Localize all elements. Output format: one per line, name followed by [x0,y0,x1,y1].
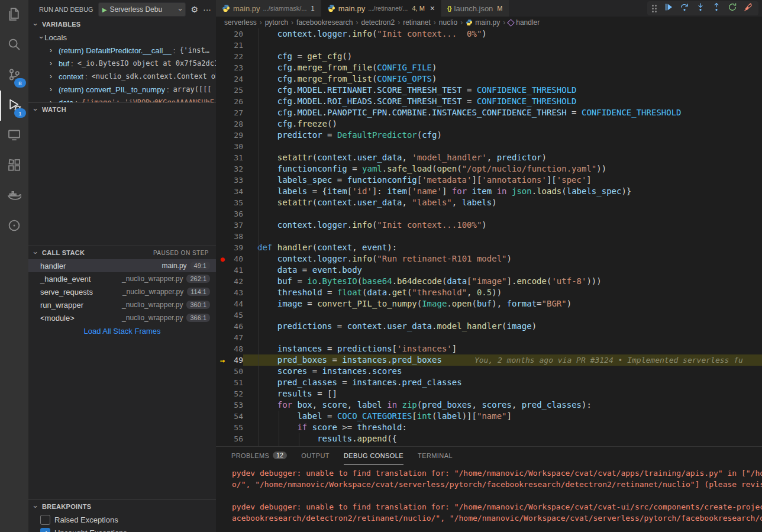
breakpoint-margin[interactable] [216,433,229,444]
line-number[interactable]: 54 [229,411,243,422]
code-line-text[interactable]: predictions = context.user_data.model_ha… [243,321,762,332]
step-over-button[interactable] [679,3,690,14]
line-number[interactable]: 46 [229,321,243,332]
code-line-text[interactable]: predictor = DefaultPredictor(cfg) [243,130,762,141]
more-actions-icon[interactable]: ··· [203,5,211,14]
activity-item-extensions[interactable] [0,151,28,181]
breakpoint-margin[interactable] [216,118,229,130]
activity-item-docker[interactable] [0,181,28,211]
restart-button[interactable] [727,3,738,14]
code-line-text[interactable]: cfg = get_cfg() [243,51,762,62]
line-number[interactable]: 31 [229,152,243,163]
breakpoint-margin[interactable] [216,265,229,276]
breakpoint-margin[interactable] [216,197,229,208]
tree-collapsed-icon[interactable]: › [50,46,57,54]
line-number[interactable]: 43 [229,287,243,298]
breakpoint-margin[interactable] [216,62,229,73]
code-line-text[interactable]: cfg.MODEL.RETINANET.SCORE_THRESH_TEST = … [243,85,762,96]
activity-item-remote-explorer[interactable] [0,121,28,151]
line-number[interactable]: 37 [229,220,243,231]
breakpoint-margin[interactable] [216,388,229,399]
code-line-text[interactable]: cfg.MODEL.PANOPTIC_FPN.COMBINE.INSTANCES… [243,107,762,118]
tree-collapsed-icon[interactable]: › [50,85,57,93]
line-number[interactable]: 38 [229,231,243,242]
breakpoint-margin[interactable] [216,399,229,411]
call-stack-header[interactable]: › CALL STACK PAUSED ON STEP [28,246,216,259]
breakpoint-margin[interactable] [216,422,229,433]
stack-frame[interactable]: _handle_event_nuclio_wrapper.py262:1 [28,272,216,285]
line-number[interactable]: 25 [229,85,243,96]
code-line-text[interactable]: def handler(context, event): [243,242,762,253]
line-number[interactable]: 39 [229,242,243,253]
scope-locals[interactable]: › Locals [28,31,216,44]
variable-row[interactable]: ›buf:<_io.BytesIO object at 0x7f5a2dc1ec… [28,57,216,70]
continue-button[interactable] [663,3,674,14]
line-number[interactable]: 23 [229,62,243,73]
breakpoint-margin[interactable] [216,107,229,118]
line-number[interactable]: 49 [229,354,243,366]
stack-frame[interactable]: <module>_nuclio_wrapper.py366:1 [28,311,216,324]
code-editor[interactable]: 20 context.logger.info("Init context... … [216,28,762,447]
breakpoints-header[interactable]: › BREAKPOINTS [28,499,216,513]
code-line-text[interactable]: setattr(context.user_data, "labels", lab… [243,197,762,208]
code-line-text[interactable]: cfg.merge_from_file(CONFIG_FILE) [243,62,762,73]
breakpoint-margin[interactable] [216,411,229,422]
activity-item-explorer[interactable] [0,0,28,30]
panel-tab-debug-console[interactable]: DEBUG CONSOLE [344,447,403,465]
step-out-button[interactable] [711,3,722,14]
breakpoint-margin[interactable] [216,85,229,96]
breadcrumb-item-nuclio[interactable]: nuclio [439,18,457,27]
breakpoint-margin[interactable] [216,141,229,152]
step-into-button[interactable] [695,3,706,14]
line-number[interactable]: 33 [229,175,243,186]
code-line-text[interactable]: buf = io.BytesIO(base64.b64decode(data["… [243,276,762,287]
breadcrumb-item-retinanet[interactable]: retinanet [403,18,431,27]
code-line-text[interactable] [243,332,762,343]
code-line-text[interactable]: cfg.MODEL.ROI_HEADS.SCORE_THRESH_TEST = … [243,96,762,107]
breakpoint-row[interactable]: ✓Uncaught Exceptions [28,526,216,532]
code-line-text[interactable] [243,208,762,220]
activity-item-extra-view[interactable] [0,211,28,241]
debug-config-picker[interactable]: ▶ Serverless Debu › [98,2,186,17]
code-line-text[interactable]: pred_boxes = instances.pred_boxesYou, 2 … [243,354,762,366]
variables-header[interactable]: › VARIABLES [28,18,216,31]
code-line-text[interactable] [243,231,762,242]
breakpoint-margin[interactable] [216,28,229,40]
code-line-text[interactable]: labels = {item['id']: item['name'] for i… [243,186,762,197]
line-number[interactable]: 28 [229,118,243,130]
close-icon[interactable]: × [430,4,435,12]
breakpoint-margin[interactable] [216,366,229,377]
breakpoint-margin[interactable] [216,343,229,354]
line-number[interactable]: 35 [229,197,243,208]
gear-icon[interactable]: ⚙ [190,5,198,14]
code-line-text[interactable]: image = convert_PIL_to_numpy(Image.open(… [243,298,762,309]
tree-collapsed-icon[interactable]: › [50,59,57,67]
breakpoint-margin[interactable] [216,152,229,163]
breakpoint-margin[interactable]: → [216,354,229,366]
line-number[interactable]: 24 [229,73,243,85]
breakpoint-margin[interactable] [216,298,229,309]
breakpoint-margin[interactable] [216,276,229,287]
line-number[interactable]: 21 [229,40,243,51]
checkbox[interactable]: ✓ [40,528,50,532]
activity-item-search[interactable] [0,30,28,60]
drag-handle-icon[interactable] [652,5,657,12]
variable-row[interactable]: ›context:<nuclio_sdk.context.Context obj… [28,70,216,83]
breakpoint-margin[interactable] [216,175,229,186]
stack-frame[interactable]: handlermain.py49:1 [28,259,216,272]
panel-tab-terminal[interactable]: TERMINAL [418,447,453,465]
line-number[interactable]: 51 [229,377,243,388]
stack-frame[interactable]: serve_requests_nuclio_wrapper.py114:1 [28,285,216,298]
line-number[interactable]: 56 [229,433,243,444]
code-line-text[interactable]: context.logger.info("Run retinanet-R101 … [243,253,762,265]
tree-collapsed-icon[interactable]: › [50,72,57,80]
line-number[interactable]: 20 [229,28,243,40]
breakpoint-margin[interactable] [216,377,229,388]
load-all-stack-frames-link[interactable]: Load All Stack Frames [28,324,216,337]
line-number[interactable]: 50 [229,366,243,377]
line-number[interactable]: 22 [229,51,243,62]
breakpoint-margin[interactable] [216,163,229,175]
code-line-text[interactable] [243,309,762,321]
code-line-text[interactable]: cfg.merge_from_list(CONFIG_OPTS) [243,73,762,85]
watch-header[interactable]: › WATCH [28,103,216,116]
